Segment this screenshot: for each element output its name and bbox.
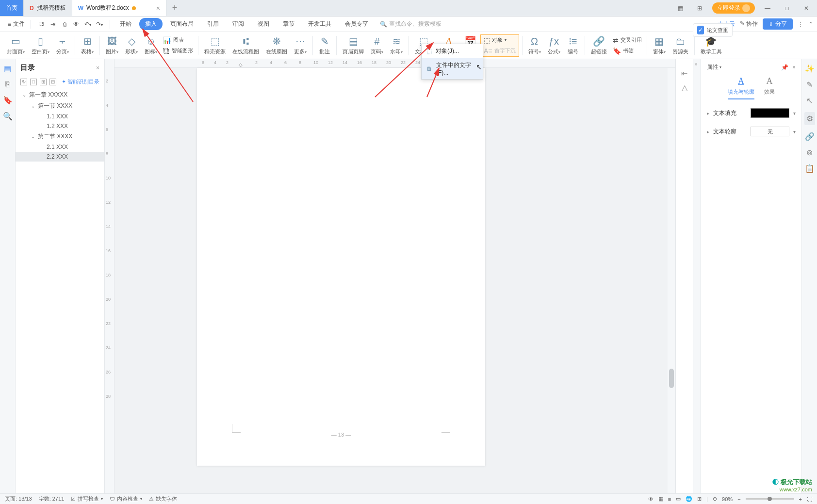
outline-select[interactable]: 无	[751, 127, 789, 136]
tab-templates[interactable]: D 找稻壳模板	[24, 0, 72, 16]
watermark-button[interactable]: ≋水印▾	[387, 34, 406, 56]
text-outline-row[interactable]: ▸文本轮廓 无▾	[707, 127, 796, 136]
fill-color-swatch[interactable]	[751, 108, 789, 118]
rail-search-icon[interactable]: 🔍	[3, 112, 13, 121]
rail-settings-icon[interactable]: ⚙	[804, 112, 815, 125]
zoom-in-button[interactable]: +	[799, 496, 802, 502]
view-outline-icon[interactable]: ≡	[668, 496, 671, 502]
props-scrollbar[interactable]: ×	[693, 59, 701, 493]
nav-node-section2[interactable]: ⌄第二节 XXXX	[16, 131, 104, 142]
rail-clipboard2-icon[interactable]: 📋	[805, 164, 815, 173]
smartart-button[interactable]: ⿻智能图形	[161, 46, 195, 56]
file-menu-button[interactable]: ≡文件	[4, 20, 29, 28]
new-tab-button[interactable]: +	[166, 0, 183, 16]
preview-icon[interactable]: 👁	[72, 21, 81, 28]
rail-clipboard-icon[interactable]: ⎘	[5, 80, 10, 89]
horizontal-ruler[interactable]: 6 4 2 ◇ 2 4 6 8 10 12 14 16 18 20 22 24 …	[114, 59, 675, 68]
tab-document[interactable]: W Word教程2.docx ×	[72, 0, 166, 16]
login-button[interactable]: 立即登录	[712, 2, 755, 14]
side-expand-icon[interactable]: ⇤	[681, 69, 687, 78]
online-flowchart-button[interactable]: ⑆在线流程图	[229, 35, 262, 56]
zoom-level[interactable]: 90%	[722, 496, 733, 502]
object-dropdown-button[interactable]: ⬚对象▾	[482, 35, 518, 45]
docer-resource-button[interactable]: ⬚稻壳资源	[201, 34, 229, 56]
paper-check-button[interactable]: ✓ 论文查重	[693, 23, 733, 37]
more-menu-icon[interactable]: ⋮	[798, 21, 803, 28]
layout-icon[interactable]: ▦	[673, 5, 687, 12]
header-footer-button[interactable]: ▤页眉页脚	[340, 34, 367, 56]
zoom-out-button[interactable]: ⊖	[713, 496, 717, 502]
props-close-icon[interactable]: ×	[792, 64, 796, 71]
vertical-ruler[interactable]: 2 4 6 8 10 12 14 16 18 20 22 24 26 28	[105, 59, 114, 493]
chart-button[interactable]: 📊图表	[161, 35, 195, 45]
online-mindmap-button[interactable]: ❋在线脑图	[263, 34, 290, 56]
page-number-button[interactable]: #页码▾	[368, 35, 386, 56]
nav-node-1-2[interactable]: 1.2 XXX	[16, 121, 104, 131]
rail-style-icon[interactable]: ✨	[805, 64, 815, 73]
symbol-button[interactable]: Ω符号▾	[525, 35, 544, 56]
undo-icon[interactable]: ↶▾	[83, 21, 92, 28]
minimize-button[interactable]: —	[761, 5, 774, 12]
table-button[interactable]: ⊞表格▾	[78, 34, 97, 56]
menu-item-text-from-file[interactable]: 🗎文件中的文字(F)...	[422, 58, 483, 79]
tab-home[interactable]: 首页	[0, 0, 24, 16]
fullscreen-icon[interactable]: ⛶	[807, 496, 812, 502]
menu-tab-view[interactable]: 视图	[252, 18, 275, 30]
close-window-button[interactable]: ✕	[800, 5, 813, 12]
rail-globe-icon[interactable]: ⊚	[806, 148, 813, 157]
collapse-ribbon-icon[interactable]: ⌃	[808, 21, 813, 28]
rail-bookmark-icon[interactable]: 🔖	[3, 96, 13, 105]
nav-tool-collapse[interactable]: □	[30, 79, 37, 85]
status-content-check[interactable]: 🛡内容检查▾	[110, 495, 142, 503]
nav-tool-compact[interactable]: ⊟	[49, 79, 56, 85]
command-search[interactable]: 🔍 查找命令、搜索模板	[380, 20, 441, 28]
menu-tab-start[interactable]: 开始	[114, 18, 137, 30]
nav-node-2-1[interactable]: 2.1 XXX	[16, 142, 104, 152]
document-area[interactable]: 6 4 2 ◇ 2 4 6 8 10 12 14 16 18 20 22 24 …	[114, 59, 675, 493]
zoom-slider[interactable]	[746, 498, 794, 500]
panel-close-icon[interactable]: ×	[694, 61, 698, 68]
comment-button[interactable]: ✎批注	[316, 34, 333, 56]
shape-button[interactable]: ◇形状▾	[122, 34, 141, 56]
indent-marker-icon[interactable]: ◇	[239, 62, 243, 67]
nav-close-icon[interactable]: ×	[96, 65, 99, 71]
nav-tool-refresh[interactable]: ↻	[20, 79, 27, 85]
props-tab-fill[interactable]: A填充与轮廓	[728, 76, 754, 99]
form-pane-button[interactable]: ▦窗体▾	[650, 34, 669, 56]
icon-button[interactable]: ☺图标▾	[142, 35, 160, 56]
status-words[interactable]: 字数: 2711	[39, 495, 65, 503]
status-spellcheck[interactable]: ☑拼写检查▾	[71, 495, 103, 503]
props-tab-effect[interactable]: A效果	[764, 76, 775, 99]
numbering-button[interactable]: ⁝≡编号	[564, 34, 582, 56]
text-fill-row[interactable]: ▸文本填充 ▾	[707, 108, 796, 118]
maximize-button[interactable]: □	[780, 5, 794, 12]
apps-icon[interactable]: ⊞	[693, 5, 706, 12]
menu-tab-member[interactable]: 会员专享	[339, 18, 374, 30]
pin-icon[interactable]: 📌	[781, 64, 788, 71]
more-button[interactable]: ⋯更多▾	[291, 34, 310, 56]
status-missing-font[interactable]: ⚠缺失字体	[149, 495, 177, 503]
page-canvas[interactable]: — 13 —	[197, 68, 485, 466]
nav-tool-expand[interactable]: ⊞	[40, 79, 47, 85]
crossref-button[interactable]: ⇄交叉引用	[611, 35, 644, 45]
side-triangle-icon[interactable]: △	[682, 83, 687, 92]
nav-node-chapter1[interactable]: ⌄第一章 XXXXX	[16, 89, 104, 100]
menu-tab-review[interactable]: 审阅	[227, 18, 250, 30]
close-tab-icon[interactable]: ×	[156, 4, 160, 12]
cover-page-button[interactable]: ▭封面页▾	[4, 34, 28, 56]
collab-button[interactable]: ✎协作	[740, 20, 758, 28]
equation-button[interactable]: ƒx公式▾	[545, 35, 563, 56]
view-grid-icon[interactable]: ⊞	[697, 496, 702, 502]
status-page[interactable]: 页面: 13/13	[5, 495, 32, 503]
teaching-tools-button[interactable]: 🎓教学工具	[698, 34, 725, 56]
rail-link-icon[interactable]: 🔗	[805, 132, 815, 141]
print-icon[interactable]: ⎙	[60, 21, 69, 28]
dropcap-button[interactable]: A≡首字下沉	[482, 46, 518, 56]
menu-tab-reference[interactable]: 引用	[201, 18, 225, 30]
view-web-icon[interactable]: 🌐	[686, 496, 692, 502]
redo-icon[interactable]: ↷▾	[95, 21, 104, 28]
blank-page-button[interactable]: ▯空白页▾	[29, 34, 52, 56]
menu-tab-layout[interactable]: 页面布局	[164, 18, 199, 30]
zoom-reset-icon[interactable]: −	[737, 496, 740, 502]
view-print-icon[interactable]: ▦	[658, 496, 663, 502]
